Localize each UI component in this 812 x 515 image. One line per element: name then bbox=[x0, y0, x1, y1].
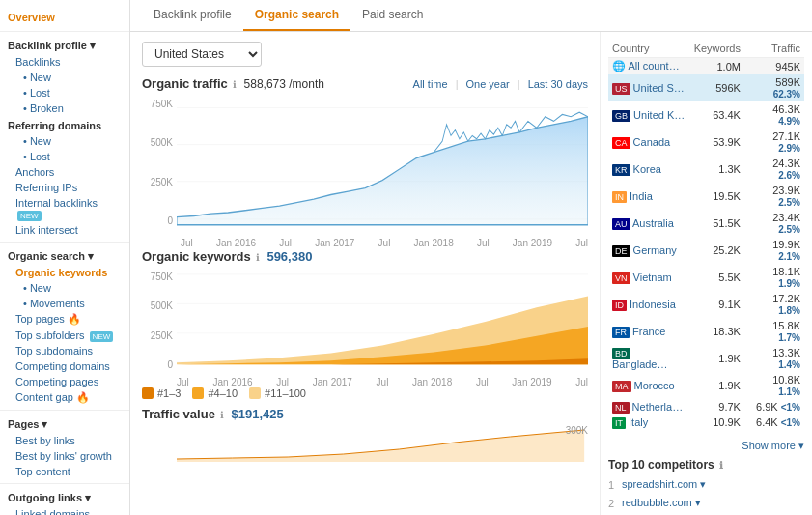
ky-label-250k: 250K bbox=[142, 330, 173, 341]
tab-paid-search[interactable]: Paid search bbox=[350, 0, 434, 31]
y-label-250k: 250K bbox=[142, 177, 173, 187]
traffic-value-svg bbox=[177, 425, 588, 462]
tabs-bar: Backlink profile Organic search Paid sea… bbox=[130, 0, 812, 32]
sidebar-referring-ips[interactable]: Referring IPs bbox=[0, 180, 129, 195]
organic-traffic-header: Organic traffic ℹ 588,673 /month All tim… bbox=[142, 76, 588, 91]
ky-label-500k: 500K bbox=[142, 300, 173, 311]
country-fr-keywords: 18.3K bbox=[690, 318, 744, 345]
country-au-keywords: 51.5K bbox=[690, 210, 744, 237]
legend-1-3: #1–3 bbox=[142, 387, 181, 399]
sidebar-backlinks[interactable]: Backlinks bbox=[0, 54, 129, 70]
organic-keywords-value: 596,380 bbox=[266, 249, 312, 264]
country-au-name[interactable]: AU Australia bbox=[608, 210, 690, 237]
main-content: Backlink profile Organic search Paid sea… bbox=[130, 0, 812, 515]
country-us-traffic: 589K 62.3% bbox=[744, 74, 804, 101]
organic-keywords-info: ℹ bbox=[256, 252, 260, 263]
country-id-traffic: 17.2K 1.8% bbox=[744, 291, 804, 318]
country-in-name[interactable]: IN India bbox=[608, 183, 690, 210]
sidebar-organic-search[interactable]: Organic search ▾ bbox=[0, 246, 129, 265]
sidebar-outgoing-links[interactable]: Outgoing links ▾ bbox=[0, 488, 129, 506]
table-row-vn: VN Vietnam 5.5K 18.1K 1.9% bbox=[608, 264, 804, 291]
competitor-2: 2 redbubble.com ▾ bbox=[608, 494, 804, 512]
country-us-name[interactable]: US United S… bbox=[608, 74, 690, 101]
legend-label-11-100: #11–100 bbox=[265, 387, 306, 399]
sidebar-competing-pages[interactable]: Competing pages bbox=[0, 374, 129, 389]
sidebar-backlink-profile[interactable]: Backlink profile ▾ bbox=[0, 36, 129, 54]
country-it-name[interactable]: IT Italy bbox=[608, 415, 690, 430]
sidebar-broken[interactable]: Broken bbox=[0, 100, 129, 116]
top-competitors-title: Top 10 competitors ℹ bbox=[608, 458, 804, 472]
sidebar-organic-new[interactable]: New bbox=[0, 280, 129, 296]
country-vn-keywords: 5.5K bbox=[690, 264, 744, 291]
sidebar-top-content[interactable]: Top content bbox=[0, 464, 129, 479]
table-row-us: US United S… 596K 589K 62.3% bbox=[608, 74, 804, 101]
country-id-name[interactable]: ID Indonesia bbox=[608, 291, 690, 318]
tab-organic-search[interactable]: Organic search bbox=[243, 0, 350, 31]
country-select[interactable]: United States United Kingdom Canada Aust… bbox=[142, 42, 262, 67]
country-ca-traffic: 27.1K 2.9% bbox=[744, 129, 804, 156]
tab-backlink-profile[interactable]: Backlink profile bbox=[142, 0, 243, 31]
country-us-keywords: 596K bbox=[690, 74, 744, 101]
sidebar-organic-movements[interactable]: Movements bbox=[0, 296, 129, 311]
organic-keywords-header: Organic keywords ℹ 596,380 bbox=[142, 249, 588, 264]
country-id-keywords: 9.1K bbox=[690, 291, 744, 318]
legend-11-100: #11–100 bbox=[249, 387, 306, 399]
sidebar-top-subdomains[interactable]: Top subdomains bbox=[0, 343, 129, 358]
country-gb-name[interactable]: GB United K… bbox=[608, 101, 690, 129]
sidebar-internal-backlinks[interactable]: Internal backlinks NEW bbox=[0, 195, 129, 222]
table-row-id: ID Indonesia 9.1K 17.2K 1.8% bbox=[608, 291, 804, 318]
country-ma-name[interactable]: MA Morocco bbox=[608, 372, 690, 399]
kx-label-jul18: Jul bbox=[476, 377, 489, 387]
sidebar-ref-new[interactable]: New bbox=[0, 133, 129, 149]
sidebar-top-pages[interactable]: Top pages 🔥 bbox=[0, 311, 129, 328]
country-it-traffic: 6.4K <1% bbox=[744, 415, 804, 430]
country-nl-name[interactable]: NL Netherla… bbox=[608, 399, 690, 415]
traffic-value-header: Traffic value ℹ $191,425 bbox=[142, 407, 588, 421]
sidebar-lost[interactable]: Lost bbox=[0, 85, 129, 100]
filter-last-30[interactable]: Last 30 days bbox=[528, 78, 588, 90]
organic-traffic-label: Organic traffic bbox=[142, 76, 228, 91]
sidebar-best-by-links-growth[interactable]: Best by links' growth bbox=[0, 448, 129, 464]
content-area: United States United Kingdom Canada Aust… bbox=[130, 32, 812, 515]
show-more-countries[interactable]: Show more ▾ bbox=[608, 440, 804, 452]
country-fr-name[interactable]: FR France bbox=[608, 318, 690, 345]
sidebar-linked-domains[interactable]: Linked domains bbox=[0, 506, 129, 515]
country-de-name[interactable]: DE Germany bbox=[608, 237, 690, 264]
sidebar-content-gap[interactable]: Content gap 🔥 bbox=[0, 389, 129, 406]
country-vn-traffic: 18.1K 1.9% bbox=[744, 264, 804, 291]
sidebar-anchors[interactable]: Anchors bbox=[0, 164, 129, 180]
country-kr-name[interactable]: KR Korea bbox=[608, 156, 690, 183]
filter-all-time[interactable]: All time bbox=[413, 78, 448, 90]
country-vn-name[interactable]: VN Vietnam bbox=[608, 264, 690, 291]
sidebar-pages[interactable]: Pages ▾ bbox=[0, 415, 129, 433]
sidebar-referring-domains[interactable]: Referring domains bbox=[0, 116, 129, 133]
organic-keywords-title-wrap: Organic keywords ℹ 596,380 bbox=[142, 249, 312, 264]
sidebar-top-subfolders[interactable]: Top subfolders NEW bbox=[0, 328, 129, 343]
country-nl-keywords: 9.7K bbox=[690, 399, 744, 415]
competitor-name-2[interactable]: redbubble.com ▾ bbox=[622, 497, 804, 509]
country-bd-traffic: 13.3K 1.4% bbox=[744, 345, 804, 372]
country-all-name[interactable]: 🌐 All count… bbox=[608, 58, 690, 75]
country-selector-container: United States United Kingdom Canada Aust… bbox=[142, 42, 588, 67]
country-ca-name[interactable]: CA Canada bbox=[608, 129, 690, 156]
table-row-all: 🌐 All count… 1.0M 945K bbox=[608, 58, 804, 75]
sidebar-overview[interactable]: Overview bbox=[0, 8, 129, 27]
sidebar-new[interactable]: New bbox=[0, 70, 129, 85]
sidebar-best-by-links[interactable]: Best by links bbox=[0, 433, 129, 448]
sidebar-organic-keywords[interactable]: Organic keywords bbox=[0, 265, 129, 280]
country-au-traffic: 23.4K 2.5% bbox=[744, 210, 804, 237]
sidebar-link-intersect[interactable]: Link intersect bbox=[0, 222, 129, 238]
filter-one-year[interactable]: One year bbox=[466, 78, 510, 90]
table-row-kr: KR Korea 1.3K 24.3K 2.6% bbox=[608, 156, 804, 183]
organic-keywords-label: Organic keywords bbox=[142, 249, 251, 264]
ky-label-0: 0 bbox=[142, 359, 173, 370]
organic-traffic-chart: 750K 500K 250K 0 bbox=[142, 97, 588, 242]
sidebar-ref-lost[interactable]: Lost bbox=[0, 149, 129, 164]
y-label-500k: 500K bbox=[142, 137, 173, 148]
competitor-name-1[interactable]: spreadshirt.com ▾ bbox=[622, 478, 804, 491]
country-gb-traffic: 46.3K 4.9% bbox=[744, 101, 804, 129]
sidebar-competing-domains[interactable]: Competing domains bbox=[0, 358, 129, 374]
country-all-keywords: 1.0M bbox=[690, 58, 744, 75]
country-bd-name[interactable]: BD Banglade… bbox=[608, 345, 690, 372]
traffic-value-amount: $191,425 bbox=[232, 407, 284, 421]
